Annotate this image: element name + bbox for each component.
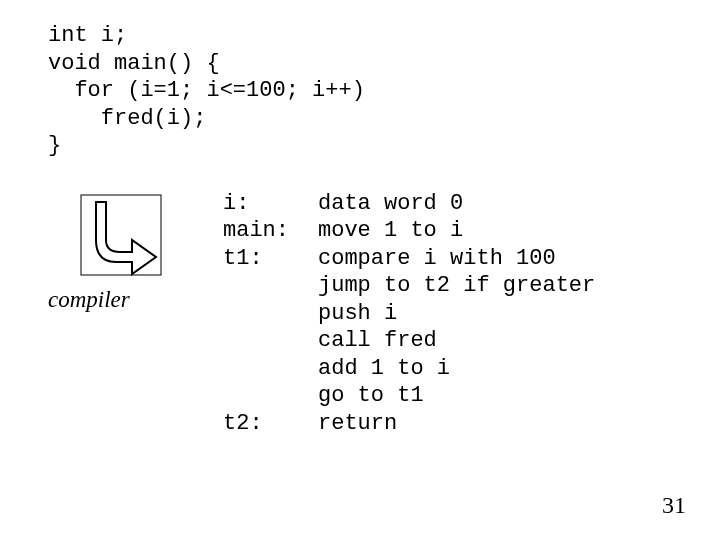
compiler-arrow-icon [76,190,166,289]
assembly-block: i: main: t1: t2: data word 0 move 1 to i… [223,190,595,438]
page-number: 31 [662,490,686,520]
code-line: fred(i); [48,106,206,131]
code-line: int i; [48,23,127,48]
lower-section: compiler i: main: t1: t2: data word 0 mo… [48,190,690,450]
assembly-labels: i: main: t1: t2: [223,190,318,438]
source-code-block: int i; void main() { for (i=1; i<=100; i… [48,22,690,160]
compiler-label: compiler [48,286,130,315]
assembly-body: data word 0 move 1 to i compare i with 1… [318,190,595,438]
code-line: for (i=1; i<=100; i++) [48,78,365,103]
slide-content: int i; void main() { for (i=1; i<=100; i… [48,22,690,450]
code-line: } [48,133,61,158]
code-line: void main() { [48,51,220,76]
left-column: compiler [48,190,223,450]
